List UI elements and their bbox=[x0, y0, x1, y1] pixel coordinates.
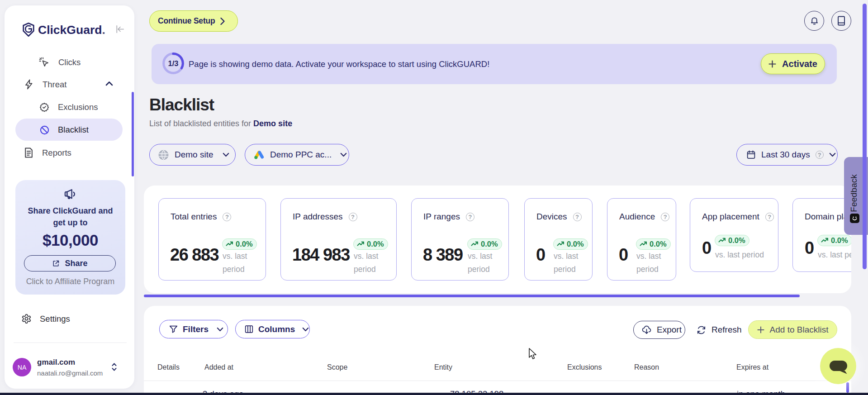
svg-text:1/3: 1/3 bbox=[168, 59, 179, 67]
